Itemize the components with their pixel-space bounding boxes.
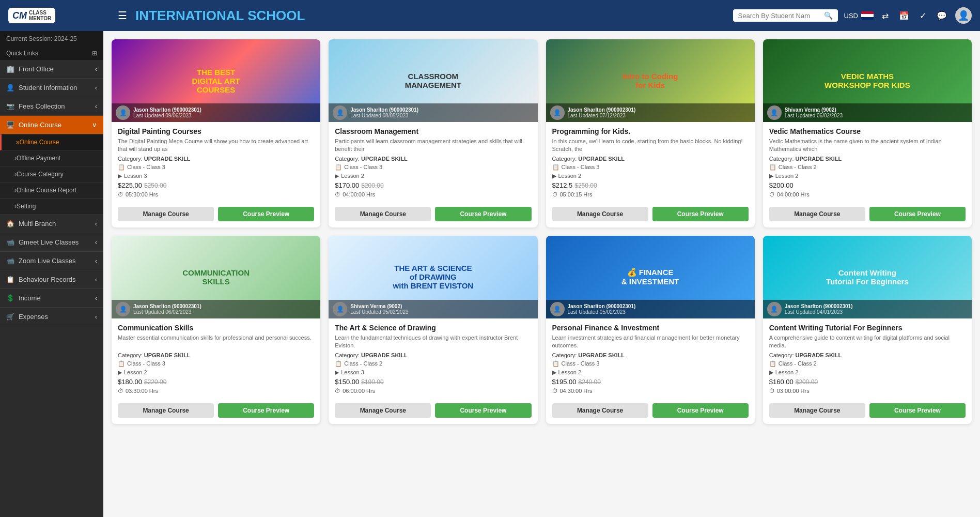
- card-class: 📋 Class - Class 3: [552, 360, 749, 367]
- logo-text: CLASSMENTOR: [29, 10, 51, 21]
- duration-label: 03:30:00 Hrs: [126, 388, 158, 394]
- sub-item-online-course[interactable]: Online Course: [0, 134, 103, 150]
- manage-course-button[interactable]: Manage Course: [118, 403, 214, 418]
- card-lesson: ▶ Lesson 2: [335, 173, 531, 179]
- lesson-label: Lesson 3: [341, 369, 364, 375]
- course-preview-button[interactable]: Course Preview: [435, 403, 531, 418]
- author-overlay: 👤 Shivam Verma (9002) Last Updated 05/02…: [329, 300, 537, 318]
- sub-item-course-category[interactable]: › Course Category: [0, 166, 103, 183]
- course-preview-button[interactable]: Course Preview: [218, 207, 314, 221]
- topbar: CM CLASSMENTOR ☰ INTERNATIONAL SCHOOL 🔍 …: [0, 0, 980, 31]
- sidebar-item-income[interactable]: 💲 Income ‹: [0, 289, 103, 308]
- zoom-label: Zoom Live Classes: [19, 257, 76, 265]
- logo-box: CM CLASSMENTOR: [8, 8, 55, 23]
- sidebar-item-gmeet-live-classes[interactable]: 📹 Gmeet Live Classes ‹: [0, 233, 103, 252]
- calendar-icon[interactable]: 📅: [897, 9, 911, 23]
- manage-course-button[interactable]: Manage Course: [769, 207, 865, 221]
- class-label: Class - Class 3: [127, 360, 165, 367]
- card-body-vedic-mathematics: Vedic Mathematics Course Vedic Mathemati…: [763, 122, 972, 203]
- lesson-label: Lesson 2: [558, 173, 582, 179]
- manage-course-button[interactable]: Manage Course: [769, 403, 865, 418]
- course-preview-button[interactable]: Course Preview: [218, 403, 314, 418]
- search-box[interactable]: 🔍: [733, 9, 838, 22]
- author-overlay: 👤 Jason Sharlton (900002301) Last Update…: [546, 103, 755, 122]
- sub-item-setting[interactable]: › Setting: [0, 199, 103, 215]
- author-avatar: 👤: [550, 105, 565, 120]
- manage-course-button[interactable]: Manage Course: [552, 403, 648, 418]
- sidebar-item-behaviour-records[interactable]: 📋 Behaviour Records ‹: [0, 270, 103, 289]
- card-category: Category: UPGRADE SKILL: [335, 352, 531, 358]
- chevron-down-icon: ∨: [92, 121, 97, 129]
- whatsapp-icon[interactable]: 💬: [935, 9, 949, 23]
- course-preview-button[interactable]: Course Preview: [869, 207, 966, 221]
- author-date: Last Updated 07/12/2023: [568, 113, 636, 118]
- manage-course-button[interactable]: Manage Course: [335, 403, 431, 418]
- card-actions-drawing: Manage Course Course Preview: [329, 399, 537, 424]
- course-card-classroom-management: CLASSROOM MANAGEMENT 👤 Jason Sharlton (9…: [329, 39, 537, 227]
- manage-course-button[interactable]: Manage Course: [335, 207, 431, 221]
- course-preview-button[interactable]: Course Preview: [652, 207, 749, 221]
- class-label: Class - Class 3: [344, 164, 382, 170]
- author-date: Last Updated 04/01/2023: [785, 309, 853, 315]
- card-body-content-writing: Content Writing Tutorial For Beginners A…: [763, 318, 972, 399]
- duration-label: 03:00:00 Hrs: [777, 388, 810, 394]
- card-image-classroom-management: CLASSROOM MANAGEMENT 👤 Jason Sharlton (9…: [329, 39, 537, 122]
- multi-branch-label: Multi Branch: [19, 220, 56, 227]
- card-actions-programming-for-kids: Manage Course Course Preview: [546, 203, 755, 227]
- content-area: THE BEST DIGITAL ART COURSES 👤 Jason Sha…: [103, 31, 980, 517]
- course-preview-button[interactable]: Course Preview: [869, 403, 966, 418]
- author-name: Shivam Verma (9002): [785, 107, 843, 113]
- avatar[interactable]: 👤: [955, 7, 972, 24]
- course-card-programming-for-kids: Intro to Coding for Kids 👤 Jason Sharlto…: [546, 39, 755, 227]
- card-actions-classroom-management: Manage Course Course Preview: [329, 203, 537, 227]
- card-actions-content-writing: Manage Course Course Preview: [763, 399, 972, 424]
- hamburger-icon[interactable]: ☰: [118, 9, 127, 22]
- card-duration: ⏱ 05:30:00 Hrs: [118, 191, 314, 197]
- sub-item-online-course-report[interactable]: › Online Course Report: [0, 183, 103, 199]
- sidebar-item-expenses[interactable]: 🛒 Expenses ‹: [0, 308, 103, 326]
- author-avatar: 👤: [333, 105, 347, 120]
- sidebar-item-multi-branch[interactable]: 🏠 Multi Branch ‹: [0, 215, 103, 233]
- author-overlay: 👤 Jason Sharlton (900002301) Last Update…: [112, 300, 320, 318]
- card-desc: Participants will learn classroom manage…: [335, 138, 531, 154]
- grid-icon[interactable]: ⊞: [92, 50, 97, 57]
- card-actions-communication-skills: Manage Course Course Preview: [112, 399, 320, 424]
- card-price: $170.00$200.00: [335, 181, 531, 189]
- author-avatar: 👤: [767, 302, 782, 316]
- manage-course-button[interactable]: Manage Course: [552, 207, 648, 221]
- search-input[interactable]: [738, 12, 821, 20]
- card-actions-finance: Manage Course Course Preview: [546, 399, 755, 424]
- card-lesson: ▶ Lesson 2: [552, 173, 749, 179]
- card-desc: A comprehensive guide to content writing…: [769, 334, 966, 350]
- sidebar-item-front-office[interactable]: 🏢 Front Office ‹: [0, 60, 103, 79]
- card-body-finance: Personal Finance & Investment Learn inve…: [546, 318, 755, 399]
- course-card-communication-skills: COMMUNICATION SKILLS 👤 Jason Sharlton (9…: [112, 236, 320, 424]
- online-course-label: Online Course: [19, 121, 61, 129]
- card-class: 📋 Class - Class 3: [118, 164, 314, 171]
- author-info: Jason Sharlton (900002301) Last Updated …: [785, 303, 853, 315]
- income-icon: 💲: [6, 294, 14, 302]
- card-image-programming-for-kids: Intro to Coding for Kids 👤 Jason Sharlto…: [546, 39, 755, 122]
- front-office-label: Front Office: [19, 65, 54, 73]
- clock-icon: ⏱: [769, 191, 775, 197]
- card-title: The Art & Science of Drawing: [335, 324, 531, 332]
- sub-item-offline-payment[interactable]: › Offline Payment: [0, 150, 103, 166]
- author-date: Last Updated 05/02/2023: [350, 309, 408, 315]
- sidebar-item-zoom-live-classes[interactable]: 📹 Zoom Live Classes ‹: [0, 252, 103, 270]
- course-preview-button[interactable]: Course Preview: [435, 207, 531, 221]
- card-title: Personal Finance & Investment: [552, 324, 749, 332]
- course-card-digital-painting: THE BEST DIGITAL ART COURSES 👤 Jason Sha…: [112, 39, 320, 227]
- course-preview-button[interactable]: Course Preview: [652, 403, 749, 418]
- sidebar-item-fees-collection[interactable]: 📷 Fees Collection ‹: [0, 97, 103, 116]
- topbar-right: 🔍 USD ⇄ 📅 ✓ 💬 👤: [733, 7, 972, 24]
- card-body-programming-for-kids: Programming for Kids. In this course, we…: [546, 122, 755, 203]
- transfer-icon[interactable]: ⇄: [880, 9, 891, 23]
- sidebar-item-student-information[interactable]: 👤 Student Information ‹: [0, 79, 103, 97]
- sidebar-item-online-course[interactable]: 🖥️ Online Course ∨: [0, 116, 103, 134]
- manage-course-button[interactable]: Manage Course: [118, 207, 214, 221]
- session-bar: Current Session: 2024-25: [0, 31, 103, 47]
- checkmark-icon[interactable]: ✓: [917, 9, 928, 23]
- card-title: Classroom Management: [335, 127, 531, 135]
- card-image-communication-skills: COMMUNICATION SKILLS 👤 Jason Sharlton (9…: [112, 236, 320, 318]
- card-desc: In this course, we'll learn to code, sta…: [552, 138, 749, 154]
